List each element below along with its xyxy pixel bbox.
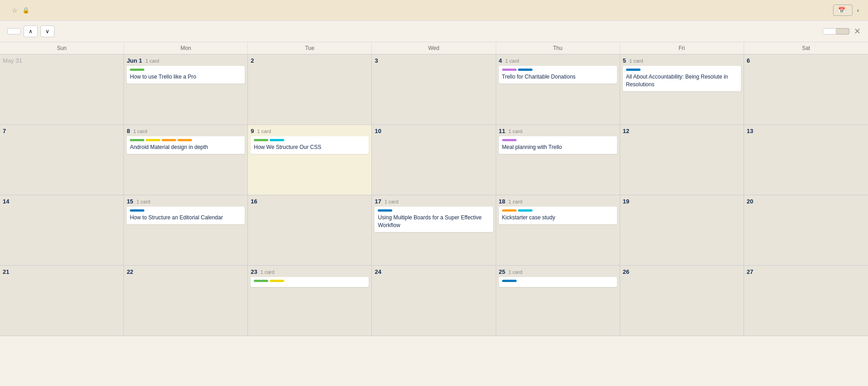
card[interactable]: How to use Trello like a Pro — [127, 66, 245, 84]
card-count: 1 card — [507, 199, 523, 204]
card[interactable]: Kickstarter case study — [499, 207, 617, 224]
calendar-cell[interactable]: 19 — [620, 195, 744, 266]
cell-date-label: 18 1 card — [499, 198, 617, 205]
calendar-icon: 📅 — [838, 7, 845, 14]
day-number: 3 — [375, 57, 378, 64]
card[interactable]: Android Material design in depth — [127, 136, 245, 154]
calendar-cell[interactable]: 11 1 cardMeal planning with Trello — [496, 125, 620, 195]
calendar-cell[interactable]: 14 — [0, 195, 124, 266]
day-number: 24 — [375, 268, 381, 275]
month-view-button[interactable] — [836, 28, 849, 35]
day-number: 15 — [127, 198, 133, 205]
calendar-cell[interactable]: 20 — [744, 195, 868, 266]
day-number: 18 — [499, 198, 505, 205]
card-labels — [254, 280, 365, 282]
cell-date-label: 14 — [3, 198, 121, 205]
label-bar — [518, 209, 533, 212]
calendar-cell[interactable]: 15 1 cardHow to Structure an Editorial C… — [124, 195, 248, 266]
calendar-cell[interactable]: 9 1 cardHow We Structure Our CSS — [248, 125, 372, 195]
card[interactable]: Meal planning with Trello — [499, 136, 617, 154]
day-number: 7 — [3, 128, 6, 134]
card-labels — [130, 209, 242, 212]
cell-date-label: 17 1 card — [375, 198, 493, 205]
calendar-cell[interactable]: 27 — [744, 266, 868, 336]
card[interactable] — [251, 277, 369, 287]
close-button[interactable]: ✕ — [854, 26, 861, 36]
card-count: 1 card — [507, 269, 523, 275]
cell-date-label: 3 — [375, 57, 493, 64]
label-bar — [178, 139, 192, 141]
cell-date-label: 25 1 card — [499, 268, 617, 275]
card-count: 1 card — [507, 129, 523, 134]
card-labels — [502, 69, 614, 71]
cell-date-label: Jun 1 1 card — [127, 57, 245, 64]
calendar-cell[interactable]: 16 — [248, 195, 372, 266]
calendar-cell[interactable]: 5 1 cardAll About Accountability: Being … — [620, 54, 744, 125]
card-labels — [130, 69, 242, 71]
calendar-button[interactable]: 📅 — [833, 5, 853, 16]
day-number: 6 — [747, 57, 750, 64]
calendar-cell[interactable]: 24 — [372, 266, 496, 336]
card[interactable]: How We Structure Our CSS — [251, 136, 369, 154]
calendar-grid: May 31Jun 1 1 cardHow to use Trello like… — [0, 54, 868, 336]
calendar-cell[interactable]: 23 1 card — [248, 266, 372, 336]
show-menu-button[interactable]: ‹ — [857, 7, 861, 14]
calendar-cell[interactable]: 12 — [620, 125, 744, 195]
star-icon[interactable]: ☆ — [12, 7, 18, 14]
cell-date-label: 7 — [3, 128, 121, 134]
day-header-sun: Sun — [0, 42, 124, 54]
calendar-cell[interactable]: 6 — [744, 54, 868, 125]
card-count: 1 card — [504, 58, 519, 64]
cell-date-label: 12 — [623, 128, 741, 134]
card-title: How to use Trello like a Pro — [130, 73, 242, 81]
cell-date-label: 10 — [375, 128, 493, 134]
prev-button[interactable]: ∧ — [24, 25, 38, 37]
calendar-cell[interactable]: 4 1 cardTrello for Charitable Donations — [496, 54, 620, 125]
calendar-cell[interactable]: 22 — [124, 266, 248, 336]
calendar-cell[interactable]: 25 1 card — [496, 266, 620, 336]
label-bar — [270, 139, 284, 141]
day-number: 12 — [623, 128, 629, 134]
calendar-cell[interactable]: 8 1 cardAndroid Material design in depth — [124, 125, 248, 195]
calendar-cell[interactable]: 21 — [0, 266, 124, 336]
label-bar — [502, 280, 517, 282]
calendar-cell[interactable]: 17 1 cardUsing Multiple Boards for a Sup… — [372, 195, 496, 266]
card[interactable]: All About Accountability: Being Resolute… — [623, 66, 741, 91]
day-number: 8 — [127, 128, 130, 134]
top-bar-left: ☆ 🔒 — [7, 7, 32, 14]
card-labels — [626, 69, 738, 71]
calendar-cell[interactable]: 3 — [372, 54, 496, 125]
next-button[interactable]: ∨ — [40, 25, 54, 37]
card-title: Trello for Charitable Donations — [502, 73, 614, 81]
label-bar — [502, 139, 517, 141]
card-title: Using Multiple Boards for a Super Effect… — [378, 214, 489, 229]
day-header-sat: Sat — [744, 42, 868, 54]
today-button[interactable] — [7, 28, 21, 35]
card[interactable]: Trello for Charitable Donations — [499, 66, 617, 84]
calendar-cell[interactable]: 7 — [0, 125, 124, 195]
card[interactable]: How to Structure an Editorial Calendar — [127, 207, 245, 224]
label-bar — [378, 209, 392, 212]
card-labels — [502, 209, 614, 212]
label-bar — [130, 69, 144, 71]
calendar-cell[interactable]: Jun 1 1 cardHow to use Trello like a Pro — [124, 54, 248, 125]
calendar-cell[interactable]: 18 1 cardKickstarter case study — [496, 195, 620, 266]
card[interactable] — [499, 277, 617, 287]
calendar-cell[interactable]: 2 — [248, 54, 372, 125]
calendar-cell[interactable]: 10 — [372, 125, 496, 195]
card-count: 1 card — [628, 58, 643, 64]
card-title: How to Structure an Editorial Calendar — [130, 214, 242, 222]
week-view-button[interactable] — [823, 28, 836, 35]
card-count: 1 card — [132, 129, 147, 134]
calendar-cell[interactable]: 13 — [744, 125, 868, 195]
day-header-wed: Wed — [372, 42, 496, 54]
day-number: May 31 — [3, 57, 22, 64]
calendar-header: SunMonTueWedThuFriSat — [0, 42, 868, 54]
day-header-mon: Mon — [124, 42, 248, 54]
card[interactable]: Using Multiple Boards for a Super Effect… — [375, 207, 493, 232]
cell-date-label: 15 1 card — [127, 198, 245, 205]
card-labels — [378, 209, 489, 212]
cell-date-label: 9 1 card — [251, 128, 369, 134]
calendar-cell[interactable]: 26 — [620, 266, 744, 336]
calendar-cell[interactable]: May 31 — [0, 54, 124, 125]
